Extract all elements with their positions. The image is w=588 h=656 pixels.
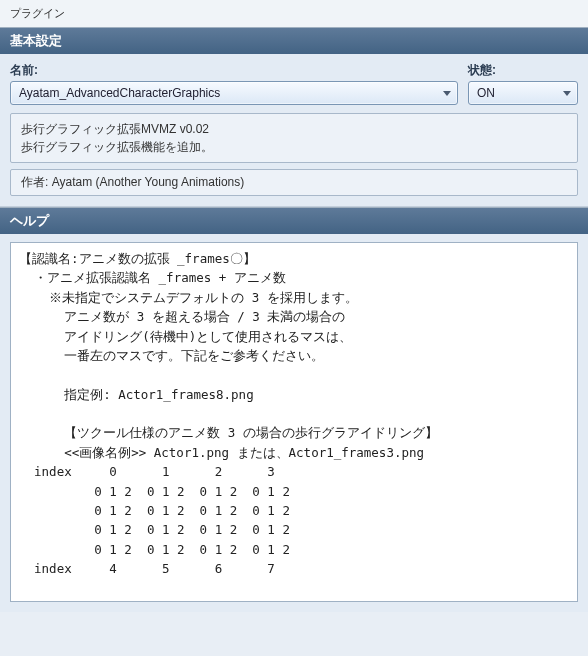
name-label: 名前:	[10, 62, 458, 79]
help-textarea[interactable]: 【認識名:アニメ数の拡張 _frames〇】 ・アニメ拡張認識名 _frames…	[10, 242, 578, 602]
basic-settings-header: 基本設定	[0, 27, 588, 54]
plugin-name-value: Ayatam_AdvancedCharacterGraphics	[19, 86, 437, 100]
chevron-down-icon	[443, 91, 451, 96]
description-line: 歩行グラフィック拡張MVMZ v0.02	[21, 120, 567, 138]
plugin-author: 作者: Ayatam (Another Young Animations)	[10, 169, 578, 196]
plugin-status-value: ON	[477, 86, 557, 100]
plugin-description: 歩行グラフィック拡張MVMZ v0.02 歩行グラフィック拡張機能を追加。	[10, 113, 578, 163]
plugin-status-select[interactable]: ON	[468, 81, 578, 105]
help-header: ヘルプ	[0, 207, 588, 234]
description-line: 歩行グラフィック拡張機能を追加。	[21, 138, 567, 156]
chevron-down-icon	[563, 91, 571, 96]
help-panel: 【認識名:アニメ数の拡張 _frames〇】 ・アニメ拡張認識名 _frames…	[0, 234, 588, 612]
window-title: プラグイン	[0, 0, 588, 27]
basic-settings-panel: 名前: Ayatam_AdvancedCharacterGraphics 状態:…	[0, 54, 588, 207]
status-label: 状態:	[468, 62, 578, 79]
plugin-name-select[interactable]: Ayatam_AdvancedCharacterGraphics	[10, 81, 458, 105]
